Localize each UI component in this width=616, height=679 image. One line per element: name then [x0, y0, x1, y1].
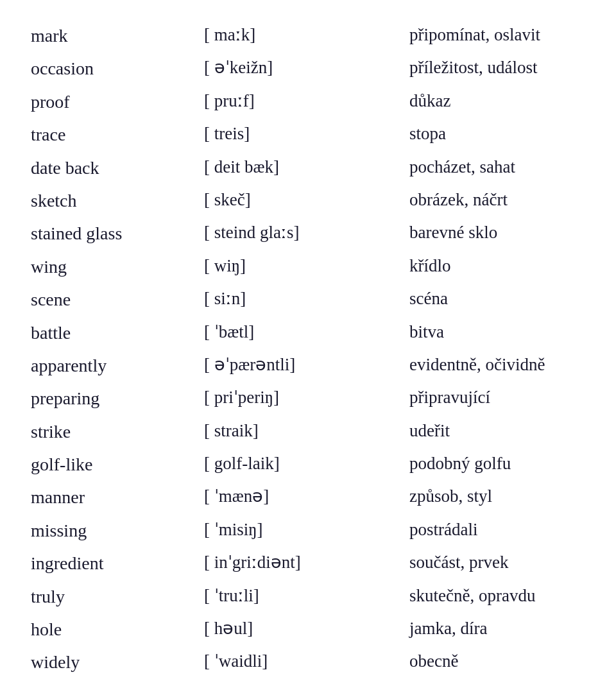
table-row: wing[ wiŋ]křídlo	[26, 250, 590, 283]
translation-cell: způsob, styl	[404, 481, 590, 513]
word-cell: trace	[26, 118, 199, 151]
translation-cell: stopa	[404, 118, 590, 151]
phonetic-cell: [ siːn]	[199, 283, 404, 316]
table-row: stained glass[ steind glaːs]barevné sklo	[26, 217, 590, 250]
translation-cell: připravující	[404, 382, 590, 415]
translation-cell: pocházet, sahat	[404, 151, 590, 184]
phonetic-cell: [ skeč]	[199, 184, 404, 217]
table-row: occasion[ əˈkeižn]příležitost, událost	[26, 52, 590, 85]
translation-cell: scéna	[404, 283, 590, 316]
phonetic-cell: [ ˈbætl]	[199, 316, 404, 349]
phonetic-cell: [ ˈwaidli]	[199, 646, 404, 678]
translation-cell: jamka, díra	[404, 613, 590, 646]
translation-cell: křídlo	[404, 250, 590, 283]
phonetic-cell: [ treis]	[199, 118, 404, 151]
word-cell: apparently	[26, 349, 199, 382]
translation-cell: evidentně, očividně	[404, 349, 590, 382]
phonetic-cell: [ əˈkeižn]	[199, 52, 404, 85]
table-row: widely[ ˈwaidli]obecně	[26, 646, 590, 678]
table-row: apparently[ əˈpærəntli]evidentně, očivid…	[26, 349, 590, 382]
word-cell: golf-like	[26, 448, 199, 481]
table-row: trace[ treis]stopa	[26, 118, 590, 151]
word-cell: scene	[26, 283, 199, 316]
translation-cell: součást, prvek	[404, 547, 590, 580]
table-row: scene[ siːn]scéna	[26, 283, 590, 316]
phonetic-cell: [ straik]	[199, 415, 404, 448]
phonetic-cell: [ priˈperiŋ]	[199, 382, 404, 415]
phonetic-cell: [ golf-laik]	[199, 448, 404, 481]
table-row: strike[ straik]udeřit	[26, 415, 590, 448]
table-row: manner[ ˈmænə]způsob, styl	[26, 481, 590, 513]
phonetic-cell: [ ˈtruːli]	[199, 580, 404, 613]
word-cell: truly	[26, 580, 199, 613]
word-cell: missing	[26, 514, 199, 547]
table-row: battle[ ˈbætl]bitva	[26, 316, 590, 349]
table-row: truly[ ˈtruːli]skutečně, opravdu	[26, 580, 590, 613]
translation-cell: příležitost, událost	[404, 52, 590, 85]
word-cell: occasion	[26, 52, 199, 85]
phonetic-cell: [ həul]	[199, 613, 404, 646]
translation-cell: postrádali	[404, 514, 590, 547]
phonetic-cell: [ pruːf]	[199, 85, 404, 118]
word-cell: wing	[26, 250, 199, 283]
translation-cell: obecně	[404, 646, 590, 678]
phonetic-cell: [ deit bæk]	[199, 151, 404, 184]
word-cell: widely	[26, 646, 199, 678]
word-cell: hole	[26, 613, 199, 646]
translation-cell: barevné sklo	[404, 217, 590, 250]
phonetic-cell: [ steind glaːs]	[199, 217, 404, 250]
translation-cell: podobný golfu	[404, 448, 590, 481]
table-row: hole[ həul]jamka, díra	[26, 613, 590, 646]
table-row: date back[ deit bæk]pocházet, sahat	[26, 151, 590, 184]
phonetic-cell: [ inˈgriːdiənt]	[199, 547, 404, 580]
word-cell: proof	[26, 85, 199, 118]
translation-cell: bitva	[404, 316, 590, 349]
word-cell: ingredient	[26, 547, 199, 580]
phonetic-cell: [ ˈmisiŋ]	[199, 514, 404, 547]
word-cell: manner	[26, 481, 199, 513]
table-row: golf-like[ golf-laik]podobný golfu	[26, 448, 590, 481]
phonetic-cell: [ əˈpærəntli]	[199, 349, 404, 382]
word-cell: battle	[26, 316, 199, 349]
phonetic-cell: [ wiŋ]	[199, 250, 404, 283]
word-cell: date back	[26, 151, 199, 184]
table-row: preparing[ priˈperiŋ]připravující	[26, 382, 590, 415]
table-row: missing[ ˈmisiŋ]postrádali	[26, 514, 590, 547]
table-row: mark[ maːk]připomínat, oslavit	[26, 19, 590, 52]
table-row: proof[ pruːf]důkaz	[26, 85, 590, 118]
word-cell: preparing	[26, 382, 199, 415]
word-cell: stained glass	[26, 217, 199, 250]
word-cell: strike	[26, 415, 199, 448]
translation-cell: důkaz	[404, 85, 590, 118]
word-cell: sketch	[26, 184, 199, 217]
translation-cell: připomínat, oslavit	[404, 19, 590, 52]
table-row: sketch[ skeč]obrázek, náčrt	[26, 184, 590, 217]
vocabulary-table: mark[ maːk]připomínat, oslavitoccasion[ …	[26, 19, 590, 679]
translation-cell: obrázek, náčrt	[404, 184, 590, 217]
phonetic-cell: [ ˈmænə]	[199, 481, 404, 513]
table-row: ingredient[ inˈgriːdiənt]součást, prvek	[26, 547, 590, 580]
word-cell: mark	[26, 19, 199, 52]
translation-cell: skutečně, opravdu	[404, 580, 590, 613]
translation-cell: udeřit	[404, 415, 590, 448]
phonetic-cell: [ maːk]	[199, 19, 404, 52]
